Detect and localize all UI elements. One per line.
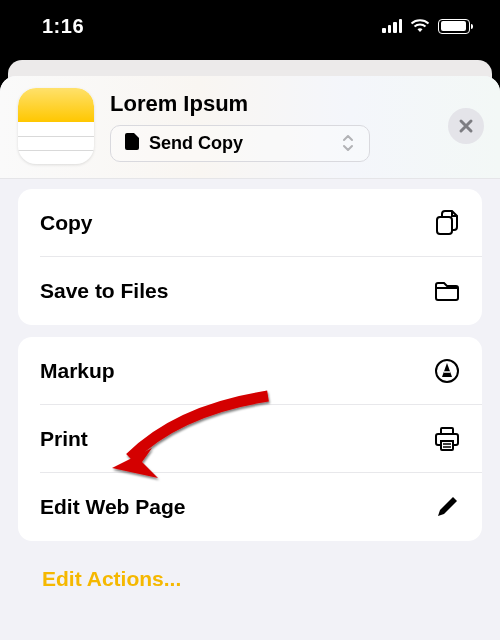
- notes-app-icon: [18, 88, 94, 164]
- svg-rect-0: [437, 217, 452, 234]
- action-group-2: Markup Print: [18, 337, 482, 541]
- edit-actions-link[interactable]: Edit Actions...: [18, 553, 482, 605]
- status-bar: 1:16: [0, 0, 500, 52]
- battery-icon: [438, 19, 470, 34]
- status-right: [382, 19, 470, 34]
- note-title: Lorem Ipsum: [110, 91, 432, 117]
- row-label: Save to Files: [40, 279, 168, 303]
- cellular-icon: [382, 19, 402, 33]
- close-button[interactable]: [448, 108, 484, 144]
- send-copy-label: Send Copy: [149, 133, 243, 154]
- status-time: 1:16: [42, 15, 84, 38]
- share-sheet: Lorem Ipsum Send Copy: [0, 76, 500, 640]
- document-icon: [125, 133, 139, 153]
- folder-icon: [432, 276, 462, 306]
- wifi-icon: [410, 19, 430, 33]
- row-markup[interactable]: Markup: [18, 337, 482, 405]
- row-save-to-files[interactable]: Save to Files: [18, 257, 482, 325]
- chevron-up-down-icon: [341, 134, 355, 152]
- markup-icon: [432, 356, 462, 386]
- close-icon: [458, 118, 474, 134]
- row-label: Markup: [40, 359, 115, 383]
- printer-icon: [432, 424, 462, 454]
- sheet-header: Lorem Ipsum Send Copy: [0, 76, 500, 179]
- row-edit-web-page[interactable]: Edit Web Page: [18, 473, 482, 541]
- row-print[interactable]: Print: [18, 405, 482, 473]
- row-copy[interactable]: Copy: [18, 189, 482, 257]
- row-label: Edit Web Page: [40, 495, 185, 519]
- copy-docs-icon: [432, 208, 462, 238]
- pencil-icon: [432, 492, 462, 522]
- svg-rect-3: [441, 441, 453, 450]
- row-label: Copy: [40, 211, 93, 235]
- send-copy-selector[interactable]: Send Copy: [110, 125, 370, 162]
- action-group-1: Copy Save to Files: [18, 189, 482, 325]
- row-label: Print: [40, 427, 88, 451]
